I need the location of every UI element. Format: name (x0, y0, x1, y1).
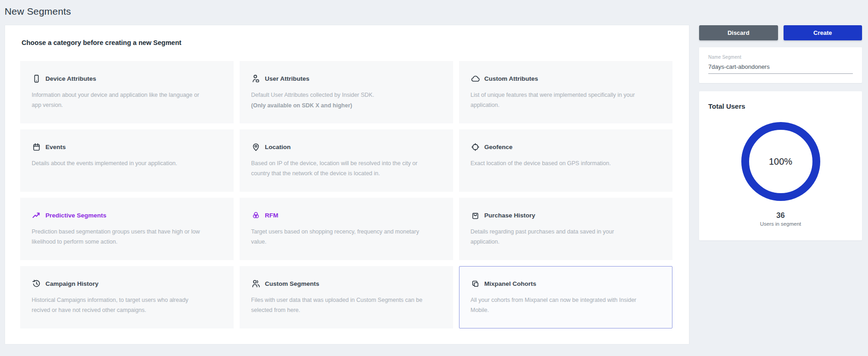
users-caption: Users in segment (708, 221, 853, 227)
history-clock-icon (32, 279, 41, 288)
category-title: Device Attributes (45, 75, 96, 82)
category-card-header: Events (32, 142, 222, 151)
category-card-header: RFM (251, 211, 442, 220)
crosshair-icon (470, 142, 480, 151)
category-card-predictive-segments[interactable]: Predictive SegmentsPrediction based segm… (20, 198, 234, 260)
category-card-custom-segments[interactable]: Custom SegmentsFiles with user data that… (240, 266, 453, 328)
category-description: Files with user data that was uploaded i… (251, 295, 442, 316)
category-card-header: Purchase History (470, 211, 661, 220)
category-title: Custom Attributes (484, 75, 538, 82)
category-card-purchase-history[interactable]: Purchase HistoryDetails regarding past p… (459, 198, 672, 260)
discard-button[interactable]: Discard (699, 25, 778, 40)
category-description: Based on IP of the device, location will… (251, 159, 442, 179)
category-card-geofence[interactable]: GeofenceExact location of the device bas… (459, 129, 672, 192)
users-donut-chart: 100% (741, 122, 820, 201)
create-button[interactable]: Create (784, 25, 862, 40)
category-card-location[interactable]: LocationBased on IP of the device, locat… (240, 129, 453, 192)
segment-sidebar: Discard Create Name Segment Total Users … (699, 25, 862, 240)
page-title: New Segments (5, 6, 71, 17)
venn-diagram-icon (251, 211, 260, 220)
category-description-note: (Only available on SDK X and higher) (251, 101, 442, 111)
category-description: Details about the events implemented in … (32, 159, 222, 169)
users-icon (251, 279, 260, 288)
category-description: Information about your device and applic… (32, 90, 222, 111)
category-title: Geofence (484, 144, 513, 150)
donut-percent-label: 100% (769, 156, 792, 167)
category-description: Prediction based segmentation groups use… (32, 227, 222, 247)
category-description: Exact location of the device based on GP… (470, 159, 661, 169)
category-description: Target users based on shopping recency, … (251, 227, 442, 247)
name-segment-card: Name Segment (699, 47, 862, 83)
category-title: Location (265, 144, 291, 150)
category-description: All your cohorts from Mixpanel can now b… (470, 295, 661, 316)
users-count: 36 (708, 211, 853, 220)
category-card-events[interactable]: EventsDetails about the events implement… (20, 129, 234, 192)
category-card-header: Device Attributes (32, 74, 222, 83)
category-card-device-attributes[interactable]: Device AttributesInformation about your … (20, 61, 234, 123)
category-grid: Device AttributesInformation about your … (20, 61, 676, 328)
category-card-header: Custom Attributes (470, 74, 661, 83)
category-title: User Attributes (265, 75, 309, 82)
category-card-header: Custom Segments (251, 279, 442, 288)
category-card-header: Predictive Segments (32, 211, 222, 220)
category-card-mixpanel-cohorts[interactable]: Mixpanel CohortsAll your cohorts from Mi… (459, 266, 672, 328)
category-title: Custom Segments (265, 280, 319, 287)
map-pin-icon (251, 142, 260, 151)
category-title: Predictive Segments (45, 212, 106, 219)
category-card-header: User Attributes (251, 74, 442, 83)
category-description: List of unique features that were implem… (470, 90, 661, 111)
category-card-custom-attributes[interactable]: Custom AttributesList of unique features… (459, 61, 672, 123)
category-card-header: Geofence (470, 142, 661, 151)
name-segment-label: Name Segment (708, 55, 853, 60)
category-title: Events (45, 144, 66, 150)
category-card-header: Mixpanel Cohorts (470, 279, 661, 288)
calendar-icon (32, 142, 41, 151)
name-segment-input[interactable] (708, 62, 853, 74)
shopping-bag-icon (470, 211, 480, 220)
user-badge-icon (251, 74, 260, 83)
cloud-icon (470, 74, 480, 83)
total-users-card: Total Users 100% 36 Users in segment (699, 91, 862, 240)
total-users-heading: Total Users (708, 102, 853, 110)
category-title: Mixpanel Cohorts (484, 280, 536, 287)
category-title: Purchase History (484, 212, 535, 219)
category-card-header: Location (251, 142, 442, 151)
action-buttons: Discard Create (699, 25, 862, 40)
category-card-header: Campaign History (32, 279, 222, 288)
panel-heading: Choose a category before creating a new … (22, 39, 181, 46)
smartphone-icon (32, 74, 41, 83)
category-card-campaign-history[interactable]: Campaign HistoryHistorical Campaigns inf… (20, 266, 234, 328)
linked-squares-icon (470, 279, 480, 288)
category-card-rfm[interactable]: RFMTarget users based on shopping recenc… (240, 198, 453, 260)
category-panel: Choose a category before creating a new … (5, 25, 689, 345)
trending-up-icon (32, 211, 41, 220)
category-description: Historical Campaigns information, to tar… (32, 295, 222, 316)
category-description: Details regarding past purchases and dat… (470, 227, 661, 247)
category-title: Campaign History (45, 280, 99, 287)
category-card-user-attributes[interactable]: User AttributesDefault User Attributes c… (240, 61, 453, 123)
category-description: Default User Attributes collected by Ins… (251, 90, 442, 100)
category-title: RFM (265, 212, 278, 219)
